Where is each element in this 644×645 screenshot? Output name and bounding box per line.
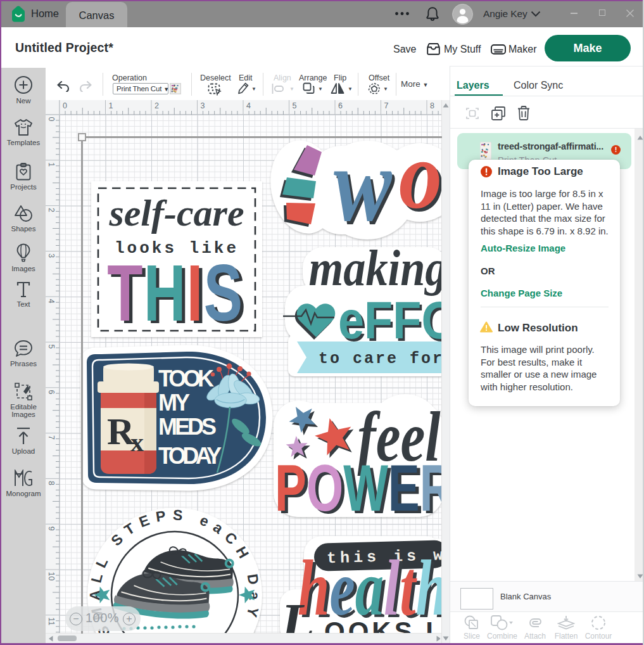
svg-text:11: 11 <box>47 617 56 625</box>
svg-text:5: 5 <box>47 345 56 349</box>
svg-text:L: L <box>280 592 315 633</box>
svg-text:making: making <box>308 240 441 296</box>
svg-text:6: 6 <box>47 390 56 394</box>
svg-text:1: 1 <box>109 101 113 110</box>
svg-text:self-care: self-care <box>108 192 244 234</box>
svg-text:1: 1 <box>47 162 56 167</box>
svg-text:7: 7 <box>47 435 56 440</box>
svg-text:8: 8 <box>430 101 434 110</box>
svg-text:x: x <box>130 428 144 457</box>
svg-text:4: 4 <box>47 299 56 303</box>
svg-text:eFFO: eFFO <box>338 290 441 350</box>
svg-text:0: 0 <box>47 117 56 122</box>
svg-text:0: 0 <box>63 101 67 110</box>
svg-text:to care for: to care for <box>319 350 441 368</box>
svg-text:OOKS L: OOKS L <box>324 616 441 633</box>
svg-text:9: 9 <box>47 527 56 531</box>
svg-text:3: 3 <box>201 101 205 110</box>
svg-text:POWER: POWER <box>275 451 441 525</box>
svg-text:TODAY: TODAY <box>158 443 222 469</box>
svg-text:8: 8 <box>47 481 56 485</box>
svg-text:MEDS: MEDS <box>158 414 217 440</box>
svg-text:10: 10 <box>47 572 56 581</box>
svg-text:2: 2 <box>155 101 159 110</box>
svg-text:3: 3 <box>47 253 56 258</box>
svg-text:6: 6 <box>338 101 343 110</box>
svg-text:w: w <box>334 125 392 243</box>
svg-text:5: 5 <box>293 101 297 110</box>
svg-text:MY: MY <box>158 390 190 416</box>
svg-text:TOOK: TOOK <box>158 366 214 392</box>
svg-text:7: 7 <box>384 101 389 110</box>
svg-text:THIS: THIS <box>107 248 243 337</box>
svg-text:4: 4 <box>246 101 251 110</box>
svg-text:2: 2 <box>47 208 56 212</box>
